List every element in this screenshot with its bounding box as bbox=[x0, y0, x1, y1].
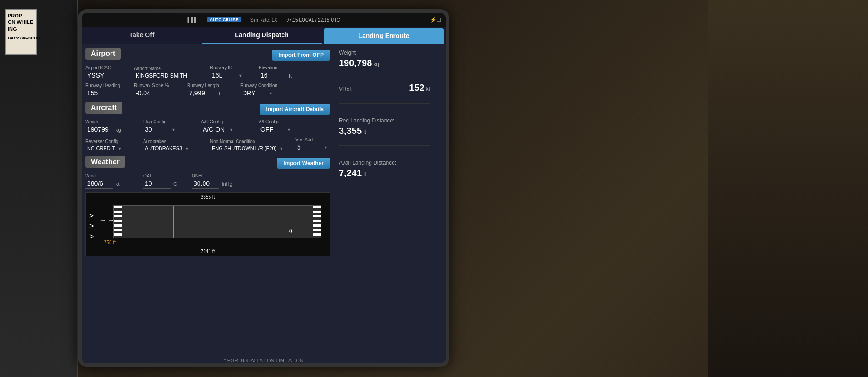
runway-visualization: 3355 ft ✈ > > bbox=[85, 192, 330, 256]
aircraft-section-header: Aircraft bbox=[85, 102, 122, 114]
runway-condition-value[interactable]: DRY bbox=[240, 89, 268, 98]
threshold-left bbox=[114, 206, 122, 238]
installation-limitation-text: * FOR INSTALLATION LIMITATION bbox=[78, 358, 449, 363]
vref-info: VRef: 152 kt bbox=[339, 83, 430, 94]
reverser-value[interactable]: NO CREDIT bbox=[85, 144, 117, 152]
weight-value-right: 190,798 bbox=[339, 58, 372, 68]
airport-section: Airport Import From OFP Airport ICAO YSS… bbox=[85, 48, 330, 98]
weight-info: Weight 190,798 kg bbox=[339, 50, 430, 68]
divider-2 bbox=[339, 103, 430, 104]
runway-length-field: Runway Length 7,999 ft bbox=[187, 83, 238, 98]
aircraft-section: Aircraft Import Aircraft Details Weight … bbox=[85, 102, 330, 152]
import-weather-button[interactable]: Import Weather bbox=[277, 158, 330, 169]
divider-3 bbox=[339, 145, 430, 146]
runway-id-field: Runway ID 16L ▼ bbox=[210, 65, 256, 80]
req-landing-label: Req Landing Distance: bbox=[339, 117, 430, 124]
avail-landing-info: Avail Landing Distance: 7,241 ft bbox=[339, 160, 430, 178]
runway-centerline bbox=[123, 222, 312, 222]
wind-field: Wind 280/6 kt bbox=[85, 173, 140, 188]
right-cockpit-panel bbox=[708, 0, 868, 377]
flap-config-field: Flap Config 30 ▼ bbox=[143, 119, 198, 134]
left-distance-label: 758 ft bbox=[104, 240, 116, 245]
aircraft-weight-field: Weight 190799 kg bbox=[85, 119, 140, 134]
ac-config-chevron: ▼ bbox=[229, 128, 233, 132]
reverser-chevron: ▼ bbox=[118, 146, 122, 151]
slope-field: Runway Slope % -0.04 bbox=[134, 83, 184, 98]
calculate-button[interactable]: Calculate bbox=[265, 366, 442, 367]
threshold-right bbox=[313, 206, 321, 238]
right-column: Weight 190,798 kg VRef: 152 kt Req bbox=[334, 44, 435, 363]
aircraft-marker: ✈ bbox=[289, 228, 293, 234]
req-distance-line bbox=[173, 206, 174, 238]
qnh-field: QNH 30.00 inHg bbox=[192, 173, 247, 188]
runway-bottom-label: 7241 ft bbox=[201, 249, 215, 254]
clear-button[interactable]: Clear bbox=[85, 366, 262, 367]
reverser-field: Reverser Config NO CREDIT ▼ bbox=[85, 139, 140, 152]
weather-section-header: Weather bbox=[85, 156, 125, 168]
airport-name-value[interactable]: KINGSFORD SMITH bbox=[134, 72, 207, 80]
time-local: 07:15 LOCAL bbox=[287, 17, 314, 22]
elevation-value[interactable]: 16 bbox=[259, 71, 286, 80]
non-normal-field: Non Normal Condition ENG SHUTDOWN L/R (F… bbox=[210, 139, 293, 152]
oat-value[interactable]: 10 bbox=[143, 179, 171, 188]
vref-label: VRef: bbox=[339, 86, 353, 92]
prop-sign-code: BAC27WFDE161 bbox=[8, 36, 33, 41]
flap-chevron: ▼ bbox=[171, 128, 176, 132]
slope-value[interactable]: -0.04 bbox=[134, 89, 184, 98]
time-display: 07:15 LOCAL / 22:15 UTC bbox=[287, 17, 340, 22]
tab-landing-dispatch[interactable]: Landing Dispatch bbox=[202, 27, 322, 44]
runway-length-value[interactable]: 7,999 bbox=[187, 89, 215, 98]
avail-landing-label: Avail Landing Distance: bbox=[339, 160, 430, 166]
main-content: Airport Import From OFP Airport ICAO YSS… bbox=[82, 44, 446, 363]
tab-landing-enroute[interactable]: Landing Enroute bbox=[324, 28, 444, 44]
tablet: ▌▌▌ AUTO CRUISE Sim Rate: 1X 07:15 LOCAL… bbox=[78, 9, 449, 367]
wind-value[interactable]: 280/6 bbox=[85, 179, 113, 188]
autobrakes-field: Autobrakes AUTOBRAKES3 ▼ bbox=[143, 139, 207, 152]
vref-add-chevron: ▼ bbox=[324, 145, 328, 150]
vref-value-right: 152 bbox=[409, 83, 424, 93]
elevation-field: Elevation 16 ft bbox=[259, 65, 295, 80]
icao-value[interactable]: YSSY bbox=[85, 71, 131, 80]
condition-chevron: ▼ bbox=[269, 91, 273, 96]
runway-id-value[interactable]: 16L bbox=[210, 71, 238, 80]
tablet-topbar: ▌▌▌ AUTO CRUISE Sim Rate: 1X 07:15 LOCAL… bbox=[82, 13, 446, 27]
heading-field: Runway Heading 155 bbox=[85, 83, 131, 98]
qnh-value[interactable]: 30.00 bbox=[192, 179, 219, 188]
prop-sign-line2: ON WHILE bbox=[8, 19, 33, 25]
bottom-buttons: Clear Calculate bbox=[82, 363, 446, 367]
prop-sign-line3: ING bbox=[8, 26, 33, 32]
heading-value[interactable]: 155 bbox=[85, 89, 131, 98]
non-normal-chevron: ▼ bbox=[279, 146, 283, 151]
ac-config-value[interactable]: A/C ON bbox=[201, 125, 228, 134]
aircraft-weight-value[interactable]: 190799 bbox=[85, 125, 113, 134]
approach-arrows-2: → → bbox=[100, 216, 114, 224]
left-cockpit-panel: PROP ON WHILE ING BAC27WFDE161 bbox=[0, 0, 78, 377]
ac-config-field: A/C Config A/C ON ▼ bbox=[201, 119, 256, 134]
flap-value[interactable]: 30 bbox=[143, 125, 171, 134]
tab-takeoff[interactable]: Take Off bbox=[82, 27, 202, 44]
ai-config-value[interactable]: OFF bbox=[259, 125, 286, 134]
weather-section: Weather Import Weather Wind 280/6 kt OAT bbox=[85, 156, 330, 188]
divider-1 bbox=[339, 78, 430, 78]
prop-sign-line1: PROP bbox=[8, 12, 33, 19]
oat-field: OAT 10 C bbox=[143, 173, 189, 188]
non-normal-value[interactable]: ENG SHUTDOWN L/R (F20) bbox=[210, 144, 278, 152]
runway-id-chevron: ▼ bbox=[238, 73, 243, 78]
time-utc: 22:15 UTC bbox=[318, 17, 340, 22]
prop-sign: PROP ON WHILE ING BAC27WFDE161 bbox=[5, 9, 37, 55]
autobrakes-value[interactable]: AUTOBRAKES3 bbox=[143, 144, 184, 152]
airport-section-header: Airport bbox=[85, 48, 121, 60]
auto-cruise-badge: AUTO CRUISE bbox=[207, 17, 241, 22]
vref-add-field: Vref Add 5 ▼ bbox=[295, 137, 327, 152]
left-column: Airport Import From OFP Airport ICAO YSS… bbox=[82, 44, 334, 363]
import-aircraft-button[interactable]: Import Aircraft Details bbox=[260, 104, 330, 115]
sim-rate-label: Sim Rate: 1X bbox=[250, 17, 277, 22]
ai-config-chevron: ▼ bbox=[287, 128, 291, 132]
import-ofp-button[interactable]: Import From OFP bbox=[272, 50, 330, 61]
ai-config-field: A/I Config OFF ▼ bbox=[259, 119, 309, 134]
runway-surface: ✈ bbox=[113, 205, 321, 238]
req-landing-info: Req Landing Distance: 3,355 ft bbox=[339, 117, 430, 136]
req-landing-value: 3,355 bbox=[339, 126, 362, 136]
runway-top-label: 3355 ft bbox=[201, 194, 215, 200]
vref-add-value[interactable]: 5 bbox=[295, 143, 323, 152]
